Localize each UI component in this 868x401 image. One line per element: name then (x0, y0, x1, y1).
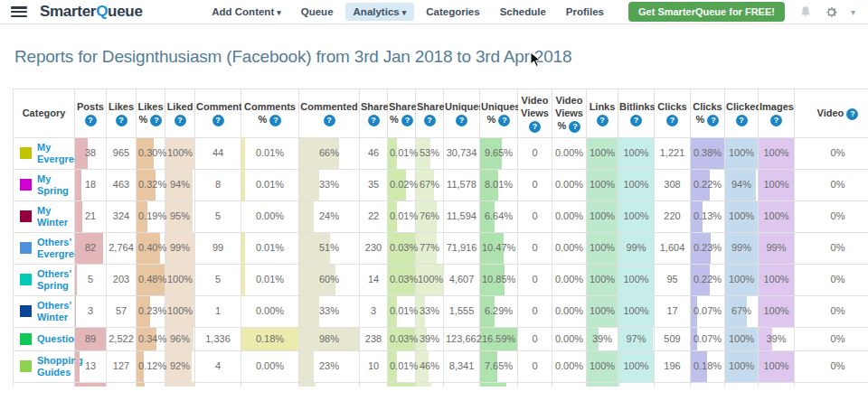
cell-links: 100% (587, 137, 618, 169)
help-icon[interactable]: ? (736, 115, 748, 126)
cell-value: 0% (831, 242, 845, 253)
cell-value: 0.19% (138, 210, 166, 221)
category-link[interactable]: Others' Spring (37, 268, 72, 292)
help-icon[interactable]: ? (529, 121, 541, 133)
help-icon[interactable]: ? (175, 115, 186, 126)
nav-item-schedule[interactable]: Schedule (492, 3, 554, 21)
cell-clicked: 94% (725, 169, 759, 200)
get-smarterqueue-free-button[interactable]: Get SmarterQueue for FREE! (628, 2, 785, 22)
cell-value: 100% (590, 305, 615, 316)
cell-value: 0.48% (138, 274, 166, 284)
nav-item-add-content[interactable]: Add Content▾ (203, 3, 289, 21)
cell-shares_pct: 0.01% (388, 350, 416, 382)
cell-images: 100% (759, 169, 795, 200)
column-header-likes_pct: Likes % ? (137, 89, 165, 138)
cell-value: 0.22% (693, 274, 722, 284)
cell-uniques_pct: 7.65% (480, 350, 518, 382)
cell-likes_pct: 0.19% (137, 200, 165, 232)
cell-commented: 60% (299, 264, 360, 295)
help-icon[interactable]: ? (569, 121, 580, 133)
cell-value: 33% (420, 305, 439, 316)
cell-clicked: 100% (725, 137, 759, 169)
category-link[interactable]: My Spring (37, 173, 72, 197)
help-icon[interactable]: ? (401, 115, 413, 126)
cell-value: 99% (626, 242, 646, 253)
cell-posts: 18 (75, 169, 107, 200)
cell-shares_pct: 0.03% (388, 264, 416, 295)
help-icon[interactable]: ? (456, 115, 467, 126)
help-icon[interactable]: ? (269, 115, 281, 126)
help-icon[interactable]: ? (498, 115, 510, 126)
value-bar (75, 170, 81, 200)
account-caret-icon[interactable]: ▾ (851, 7, 855, 17)
cell-shared: 58% (416, 382, 444, 387)
category-link[interactable]: My Winter (37, 205, 72, 228)
gear-icon[interactable] (825, 5, 838, 19)
help-icon[interactable]: ? (424, 115, 436, 126)
cell-value: 0 (532, 274, 537, 284)
cell-value: 46% (420, 360, 439, 371)
nav-item-queue[interactable]: Queue (293, 3, 342, 21)
cell-value: 0.18% (693, 360, 722, 371)
help-icon[interactable]: ? (597, 115, 609, 126)
cell-value: 100% (590, 147, 615, 158)
cell-value: 6.29% (485, 305, 513, 316)
cell-value: 0 (532, 210, 537, 221)
cell-shared: 100% (416, 264, 444, 295)
cell-value: 0.32% (138, 179, 166, 190)
cell-images: 100% (759, 137, 795, 169)
cell-shared: 33% (416, 295, 444, 327)
cell-category: Others' Spring (14, 264, 75, 295)
help-icon[interactable]: ? (770, 115, 782, 126)
bell-icon[interactable] (799, 5, 812, 18)
smarterqueue-logo[interactable]: SmarterQueue (40, 3, 143, 21)
cell-video: 0% (795, 200, 868, 232)
cell-value: 0.01% (256, 242, 284, 253)
cell-value: 1,604 (660, 242, 685, 253)
analytics-page: SmarterQueue Add Content▾QueueAnalytics▾… (0, 0, 868, 401)
cell-value: 0% (831, 210, 845, 221)
help-icon[interactable]: ? (212, 115, 224, 126)
help-icon[interactable]: ? (707, 115, 719, 126)
cell-value: 98% (319, 333, 339, 344)
cell-value: 100% (167, 305, 193, 316)
category-link[interactable]: Others' Winter (37, 300, 72, 323)
cell-value: 100% (729, 147, 754, 158)
help-icon[interactable]: ? (368, 115, 380, 126)
nav-item-profiles[interactable]: Profiles (558, 3, 612, 21)
cell-links: 39% (587, 327, 618, 350)
nav-item-categories[interactable]: Categories (418, 3, 487, 21)
cell-uniques_pct: 10.85% (480, 264, 518, 295)
cell-video: 0% (795, 169, 868, 200)
cell-likes: 203 (107, 264, 137, 295)
cell-bitlinks: 100% (618, 137, 655, 169)
cell-value: 0.01% (390, 305, 418, 316)
help-icon[interactable]: ? (150, 115, 162, 126)
cell-clicks_pct: 0.18% (691, 350, 725, 382)
cell-shared: 77% (416, 232, 444, 264)
help-icon[interactable]: ? (846, 108, 858, 120)
help-icon[interactable]: ? (630, 115, 642, 126)
cell-uniques: 30,734 (444, 137, 480, 169)
cell-value: 71,916 (447, 242, 477, 253)
cell-shares_pct: 0.01% (388, 200, 416, 232)
column-header-video: Video ? (795, 89, 868, 138)
cell-value: 203 (113, 274, 129, 284)
cell-uniques: 1,555 (444, 295, 480, 327)
help-icon[interactable]: ? (116, 115, 127, 126)
cell-value: 89 (85, 333, 96, 344)
help-icon[interactable]: ? (85, 115, 97, 126)
cell-value: 0.03% (390, 274, 418, 284)
cell-value: 11,578 (447, 179, 476, 190)
cell-value: 0% (831, 305, 845, 316)
help-icon[interactable]: ? (324, 115, 335, 126)
cell-links: 100% (587, 295, 618, 327)
hamburger-menu-icon[interactable] (11, 6, 27, 17)
cell-liked: 96% (165, 327, 195, 350)
cell-images: 99% (759, 232, 795, 264)
cell-uniques: 88,954 (444, 382, 480, 387)
cell-clicks: 1,221 (655, 137, 691, 169)
help-icon[interactable]: ? (666, 115, 678, 126)
nav-item-analytics[interactable]: Analytics▾ (345, 3, 415, 21)
cell-uniques: 4,607 (444, 264, 480, 295)
